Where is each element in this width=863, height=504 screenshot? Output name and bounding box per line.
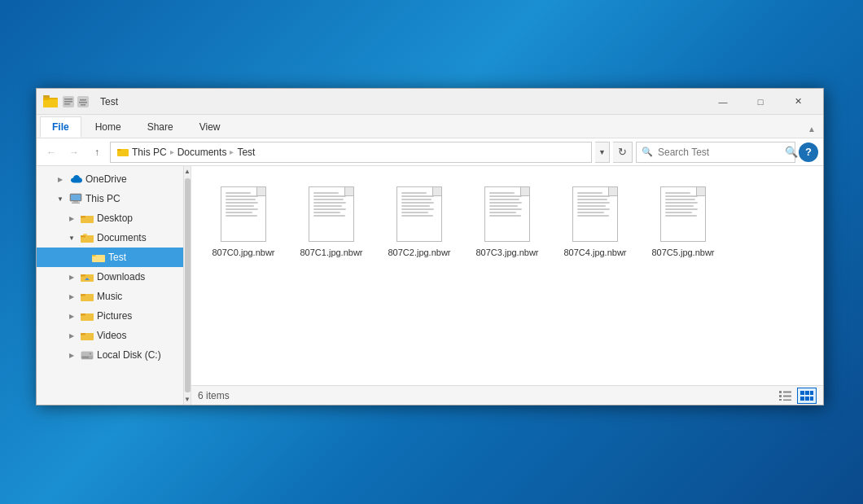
file-name-1: 807C1.jpg.nbwr	[300, 247, 362, 258]
scroll-up-btn[interactable]: ▲	[182, 166, 191, 177]
music-icon	[81, 290, 94, 303]
tab-share[interactable]: Share	[135, 116, 186, 138]
svg-rect-31	[81, 313, 85, 316]
breadcrumb[interactable]: This PC ▸ Documents ▸ Test	[110, 142, 592, 163]
sidebar-scrollbar[interactable]: ▲ ▼	[183, 166, 191, 405]
title-mini-icon-1	[63, 96, 74, 107]
refresh-button[interactable]: ↻	[613, 142, 633, 163]
file-item[interactable]: 807C4.jpg.nbwr	[556, 179, 634, 264]
breadcrumb-dropdown-btn[interactable]: ▼	[595, 142, 610, 163]
svg-rect-41	[783, 395, 791, 397]
sidebar-label-thispc: This PC	[85, 193, 120, 204]
file-icon-5	[654, 185, 712, 243]
scroll-thumb[interactable]	[185, 178, 191, 392]
expand-thispc[interactable]: ▼	[55, 193, 66, 204]
search-input[interactable]	[653, 147, 785, 158]
file-item[interactable]: 807C5.jpg.nbwr	[644, 179, 722, 264]
breadcrumb-thispc[interactable]: This PC	[132, 147, 167, 158]
svg-rect-38	[779, 391, 782, 393]
back-button[interactable]: ←	[42, 142, 61, 162]
sidebar-item-pictures[interactable]: ▶ Pictures	[37, 306, 191, 326]
sidebar-item-thispc[interactable]: ▼ This PC	[37, 189, 191, 208]
breadcrumb-test[interactable]: Test	[237, 147, 255, 158]
svg-rect-6	[64, 101, 72, 103]
search-submit-button[interactable]: 🔍	[785, 142, 798, 162]
svg-rect-40	[779, 395, 782, 397]
maximize-button[interactable]: □	[742, 89, 779, 115]
svg-rect-44	[800, 391, 804, 395]
sidebar-label-test: Test	[108, 252, 126, 263]
svg-rect-45	[805, 391, 809, 395]
sidebar-item-documents[interactable]: ▼ Documents	[37, 228, 191, 248]
sidebar-label-desktop: Desktop	[97, 213, 133, 224]
svg-rect-29	[81, 294, 85, 296]
help-button[interactable]: ?	[799, 142, 818, 162]
content-area: ▶ OneDrive ▼	[37, 166, 823, 405]
svg-rect-15	[71, 195, 81, 200]
file-name-2: 807C2.jpg.nbwr	[388, 247, 450, 258]
expand-videos[interactable]: ▶	[66, 330, 77, 341]
svg-rect-16	[73, 201, 78, 203]
pictures-icon	[81, 309, 94, 322]
close-button[interactable]: ✕	[779, 89, 817, 115]
scroll-down-btn[interactable]: ▼	[182, 394, 191, 405]
svg-rect-17	[72, 203, 80, 204]
ribbon-collapse-btn[interactable]: ▲	[804, 120, 820, 138]
sidebar: ▶ OneDrive ▼	[37, 166, 191, 405]
tab-file[interactable]: File	[40, 116, 81, 138]
status-item-count: 6 items	[198, 390, 230, 401]
up-button[interactable]: ↑	[87, 142, 107, 162]
expand-downloads[interactable]: ▶	[66, 271, 77, 283]
file-grid[interactable]: 807C0.jpg.nbwr 807C1.jpg.nbwr	[191, 166, 823, 385]
expand-localdisk[interactable]: ▶	[66, 349, 77, 361]
expand-desktop[interactable]: ▶	[66, 213, 77, 224]
sidebar-item-localdisk[interactable]: ▶ Local Disk (C:)	[37, 345, 191, 365]
file-item[interactable]: 807C3.jpg.nbwr	[468, 179, 546, 264]
title-bar-icons	[43, 95, 89, 108]
status-bar: 6 items	[191, 385, 823, 405]
breadcrumb-documents[interactable]: Documents	[177, 147, 227, 158]
view-details-btn[interactable]	[776, 388, 795, 404]
title-folder-icon	[43, 95, 59, 108]
file-item[interactable]: 807C0.jpg.nbwr	[204, 179, 283, 264]
file-explorer-window: Test — □ ✕ File Home Share View ▲ ← → ↑ …	[36, 88, 824, 405]
sidebar-item-videos[interactable]: ▶ Videos	[37, 326, 191, 345]
sidebar-item-downloads[interactable]: ▶ Downloads	[37, 267, 191, 287]
svg-rect-7	[64, 103, 70, 105]
view-large-icons-btn[interactable]	[797, 388, 817, 404]
svg-rect-13	[117, 149, 121, 151]
sidebar-label-downloads: Downloads	[97, 271, 145, 283]
breadcrumb-folder-icon	[117, 147, 129, 157]
expand-music[interactable]: ▶	[66, 291, 77, 302]
expand-test[interactable]	[77, 252, 89, 263]
sidebar-item-music[interactable]: ▶ Music	[37, 287, 191, 306]
onedrive-icon	[69, 173, 82, 186]
documents-icon	[81, 231, 94, 244]
sidebar-item-onedrive[interactable]: ▶ OneDrive	[37, 169, 191, 189]
svg-rect-22	[83, 234, 87, 235]
test-folder-icon	[92, 251, 105, 264]
sidebar-item-test[interactable]: Test	[37, 248, 191, 267]
tab-home[interactable]: Home	[83, 116, 134, 138]
svg-rect-26	[81, 274, 85, 277]
file-item[interactable]: 807C2.jpg.nbwr	[380, 179, 458, 264]
minimize-button[interactable]: —	[704, 89, 742, 115]
svg-rect-24	[92, 255, 96, 256]
tab-view[interactable]: View	[187, 116, 233, 138]
sidebar-label-localdisk: Local Disk (C:)	[97, 349, 161, 361]
svg-rect-21	[81, 235, 85, 238]
file-name-3: 807C3.jpg.nbwr	[475, 247, 538, 258]
desktop-icon	[81, 212, 94, 225]
address-bar: ← → ↑ This PC ▸ Documents ▸ Test ▼ ↻ 🔍 🔍…	[37, 138, 823, 166]
file-item[interactable]: 807C1.jpg.nbwr	[292, 179, 370, 264]
svg-rect-43	[783, 399, 791, 401]
expand-onedrive[interactable]: ▶	[55, 173, 66, 185]
sidebar-item-desktop[interactable]: ▶ Desktop	[37, 208, 191, 228]
expand-documents[interactable]: ▼	[66, 232, 77, 243]
svg-rect-46	[810, 391, 813, 395]
search-box: 🔍 🔍	[636, 142, 795, 163]
expand-pictures[interactable]: ▶	[66, 310, 77, 322]
ribbon-tab-bar: File Home Share View ▲	[37, 115, 823, 138]
sidebar-scroll[interactable]: ▶ OneDrive ▼	[37, 166, 191, 405]
forward-button[interactable]: →	[64, 142, 84, 162]
